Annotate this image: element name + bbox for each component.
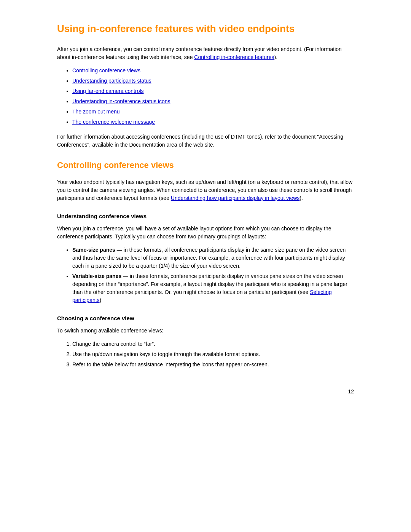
term-variable-size: Variable-size panes [72, 273, 121, 279]
list-item: Understanding participants status [72, 77, 354, 85]
list-item: Change the camera control to “far”. [72, 340, 354, 348]
toc-link-1[interactable]: Controlling conference views [72, 67, 140, 73]
page-container: Using in-conference features with video … [34, 0, 377, 406]
toc-link-4[interactable]: Understanding in-conference status icons [72, 98, 170, 104]
section1-intro-paragraph: Your video endpoint typically has naviga… [57, 178, 354, 202]
toc-link-3[interactable]: Using far-end camera controls [72, 88, 144, 94]
page-number: 12 [348, 388, 354, 395]
intro-paragraph: After you join a conference, you can con… [57, 45, 354, 61]
section1-title: Controlling conference views [57, 160, 354, 170]
further-info-paragraph: For further information about accessing … [57, 133, 354, 149]
list-item: The zoom out menu [72, 108, 354, 116]
list-item: Using far-end camera controls [72, 87, 354, 95]
subsection2-intro: To switch among available conference vie… [57, 327, 354, 335]
subsection1-paragraph: When you join a conference, you will hav… [57, 225, 354, 241]
list-item: The conference welcome message [72, 118, 354, 126]
main-title: Using in-conference features with video … [57, 23, 354, 35]
intro-link[interactable]: Controlling in-conference features [194, 54, 274, 60]
list-item: Refer to the table below for assistance … [72, 361, 354, 369]
list-item: Understanding in-conference status icons [72, 97, 354, 105]
list-item: Use the up/down navigation keys to toggl… [72, 350, 354, 358]
section1-intro-link[interactable]: Understanding how participants display i… [171, 195, 300, 201]
subsection2-title: Choosing a conference view [57, 315, 354, 321]
toc-list: Controlling conference views Understandi… [72, 67, 354, 126]
list-item: Same-size panes — in these formats, all … [72, 246, 354, 270]
subsection1-list: Same-size panes — in these formats, all … [72, 246, 354, 304]
subsection1-title: Understanding conference views [57, 213, 354, 219]
intro-text-end: ). [274, 54, 277, 60]
list-item: Controlling conference views [72, 67, 354, 75]
toc-link-5[interactable]: The zoom out menu [72, 109, 120, 115]
toc-link-6[interactable]: The conference welcome message [72, 119, 155, 125]
term-variable-size-end: ) [100, 297, 102, 303]
subsection2-steps: Change the camera control to “far”. Use … [72, 340, 354, 369]
term-same-size: Same-size panes [72, 247, 115, 253]
list-item: Variable-size panes — in these formats, … [72, 272, 354, 304]
toc-link-2[interactable]: Understanding participants status [72, 78, 151, 84]
section1-intro-end: ). [299, 195, 303, 201]
